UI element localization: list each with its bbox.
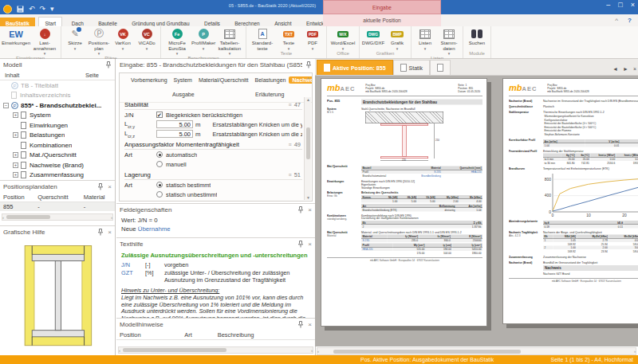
tab-material-querschnitt[interactable]: Material/Querschnitt bbox=[195, 76, 252, 84]
close-panel-icon[interactable]: × bbox=[108, 183, 112, 190]
statisch-bestimmt-radio[interactable] bbox=[156, 182, 163, 188]
pin-icon[interactable] bbox=[97, 183, 104, 190]
einwirkungen-button[interactable]: EW Einwirkungen bbox=[2, 27, 30, 46]
microfe-button[interactable]: Fe MicroFe EuroSta▾ bbox=[163, 27, 191, 56]
doc-tab-statik[interactable]: Statik bbox=[393, 60, 431, 75]
maximize-button[interactable]: □ bbox=[618, 1, 622, 9]
scroll-right-icon[interactable]: › bbox=[634, 349, 636, 354]
uebernahme-link[interactable]: Übernahme bbox=[138, 225, 171, 233]
scroll-left-icon[interactable]: ‹ bbox=[119, 348, 120, 353]
close-panel-icon[interactable]: × bbox=[308, 206, 312, 213]
tree-item-titelblatt[interactable]: PTB - Titelblatt bbox=[0, 80, 115, 91]
minimize-button[interactable]: – bbox=[606, 1, 610, 9]
grafik-button[interactable]: BMP Grafik▾ bbox=[385, 27, 409, 51]
menu-icon[interactable]: ≡ bbox=[289, 142, 292, 147]
tree-item-kombinationen[interactable]: Kombinationen bbox=[0, 140, 115, 151]
dropdown-icon: ▾ bbox=[111, 46, 135, 51]
pin-icon[interactable] bbox=[297, 241, 304, 248]
tabellenkalkulation-button[interactable]: Tabellen-kalkulation▾ bbox=[215, 27, 244, 56]
expand-node-icon[interactable]: + bbox=[13, 112, 18, 118]
tree-item-belastungen[interactable]: +Belastungen bbox=[0, 131, 115, 141]
close-button[interactable]: × bbox=[631, 1, 635, 9]
scroll-right-icon[interactable]: › bbox=[111, 215, 112, 220]
document-page-2[interactable]: mbAEC Proj.Bez Projekt S855.de mb BauSta… bbox=[502, 78, 638, 324]
tab-vorbemerkung[interactable]: Vorbemerkung bbox=[128, 76, 171, 84]
document-icon bbox=[21, 151, 26, 159]
document-icon bbox=[324, 64, 330, 72]
redo-icon[interactable]: ↷ bbox=[40, 5, 46, 14]
horizontal-scrollbar[interactable]: ‹ › bbox=[118, 346, 313, 354]
tree-item-system[interactable]: +System bbox=[0, 111, 115, 121]
close-panel-icon[interactable]: × bbox=[108, 229, 112, 236]
ribbon-collapse-icon[interactable]: ^ bbox=[615, 14, 618, 26]
profilmaker-button[interactable]: P ProfilMaker▾ bbox=[191, 27, 215, 51]
word-excel-button[interactable]: W/X Word/Excel▾ bbox=[329, 27, 357, 51]
tree-item-nachweise-brand[interactable]: +Nachweise (Brand) bbox=[0, 160, 115, 170]
lcry-input[interactable] bbox=[156, 120, 193, 128]
stammdaten-button[interactable]: Stamm-daten▾ bbox=[437, 27, 461, 56]
scroll-left-icon[interactable]: ‹ bbox=[2, 215, 4, 220]
manuell-radio[interactable] bbox=[156, 161, 163, 167]
scroll-down-icon[interactable]: ▼ bbox=[306, 195, 310, 200]
vicado-button[interactable]: VC ViCADo▾ bbox=[135, 27, 159, 51]
pin-icon[interactable] bbox=[305, 61, 312, 68]
pin-icon[interactable] bbox=[105, 61, 112, 68]
statisch-unbestimmt-radio[interactable] bbox=[156, 191, 163, 198]
expand-node-icon[interactable]: + bbox=[13, 162, 18, 168]
scroll-left-icon[interactable]: ‹ bbox=[317, 349, 319, 354]
tree-item-einwirkungen[interactable]: Einwirkungen bbox=[0, 120, 115, 131]
pin-icon[interactable] bbox=[297, 321, 304, 328]
tree-item-mat-querschnitt[interactable]: +Mat./Querschnitt bbox=[0, 151, 115, 161]
dwg-dxf-button[interactable]: DWG DWG/DXF bbox=[361, 27, 385, 46]
context-tab-aktuelle-position[interactable]: aktuelle Position bbox=[323, 14, 441, 26]
lcrz-input[interactable] bbox=[156, 130, 193, 138]
page-next-icon[interactable]: ► bbox=[623, 66, 628, 72]
tree-item-inhaltsverzeichnis[interactable]: Inhaltsverzeichnis bbox=[0, 91, 115, 101]
varkon-button[interactable]: VK VarKon▾ bbox=[111, 27, 135, 51]
expand-node-icon[interactable]: + bbox=[13, 152, 18, 158]
automatisch-radio[interactable] bbox=[156, 151, 163, 158]
collapse-node-icon[interactable]: − bbox=[3, 103, 9, 108]
skizze-button[interactable]: ✎ Skizze▾ bbox=[63, 27, 87, 51]
app-logo-icon[interactable] bbox=[3, 5, 12, 14]
close-panel-icon[interactable]: × bbox=[308, 321, 312, 328]
menu-icon[interactable]: ≡ bbox=[289, 172, 292, 178]
document-page-1[interactable]: mbAEC Proj.Bez Projekt S855.de mb BauSta… bbox=[321, 78, 487, 327]
listen-button[interactable]: Listen▾ bbox=[413, 27, 437, 51]
doc-tab-new[interactable] bbox=[430, 60, 451, 75]
hint-text: Liegt im Nachweis z.B. eine Ausnutzung v… bbox=[116, 295, 315, 318]
tab-belastungen[interactable]: Belastungen bbox=[252, 76, 289, 84]
abminderung-table: ky,θkE,θkp,θ0.180.111.00 bbox=[543, 221, 638, 229]
standardtexte-button[interactable]: A Standard-texte bbox=[248, 27, 277, 51]
collapse-form-icon[interactable]: ^ bbox=[307, 76, 309, 82]
suchen-button[interactable]: Suchen bbox=[465, 27, 489, 46]
lastannahmen-button[interactable]: ↓ Last-annahmen▾ bbox=[30, 27, 59, 56]
expand-node-icon[interactable]: + bbox=[13, 172, 18, 178]
form-vertical-scrollbar[interactable]: ▲ ▼ bbox=[304, 97, 311, 200]
pin-icon[interactable] bbox=[97, 229, 104, 236]
close-viewer-icon[interactable]: × bbox=[633, 66, 636, 72]
positionsplan-button[interactable]: Ⓟ Positions-plan▾ bbox=[87, 27, 111, 56]
pin-icon[interactable] bbox=[297, 206, 304, 213]
ribbon-group-berechnungen: Fe MicroFe EuroSta▾ P ProfilMaker▾ Tabel… bbox=[161, 26, 246, 58]
tree-item-855[interactable]: −P855* - Brandschutzbeklei... bbox=[0, 100, 115, 111]
scroll-up-icon[interactable]: ▲ bbox=[306, 97, 310, 102]
cell: t= 30 min bbox=[543, 161, 561, 165]
tree-item-zusammenfassung[interactable]: +Zusammenfassung bbox=[0, 170, 115, 181]
doc-tab-aktive-position[interactable]: Aktive Position: 855 bbox=[317, 60, 393, 75]
positionsplandaten-table[interactable]: PositionQuerschnittMaterial855-- bbox=[0, 193, 115, 211]
horizontal-scrollbar[interactable]: ‹ › bbox=[2, 213, 113, 221]
menu-icon[interactable]: ≡ bbox=[289, 102, 292, 108]
viewer-horizontal-scrollbar[interactable]: ‹ › bbox=[317, 347, 636, 355]
texte-button[interactable]: TXT Texte▾ bbox=[277, 27, 301, 51]
quick-access-dropdown-icon[interactable]: ▾ bbox=[50, 5, 54, 14]
biegeknicken-checkbox[interactable]: ✔ bbox=[156, 112, 163, 118]
help-icon[interactable]: ? bbox=[628, 14, 632, 26]
pdf-button[interactable]: PDF PDF▾ bbox=[301, 27, 325, 51]
page-prev-icon[interactable]: ◄ bbox=[612, 66, 618, 72]
undo-icon[interactable]: ↶ bbox=[29, 5, 35, 14]
expand-node-icon[interactable]: + bbox=[13, 132, 18, 138]
scroll-right-icon[interactable]: › bbox=[311, 348, 313, 353]
close-panel-icon[interactable]: × bbox=[308, 241, 312, 248]
tab-system[interactable]: System bbox=[171, 76, 195, 84]
